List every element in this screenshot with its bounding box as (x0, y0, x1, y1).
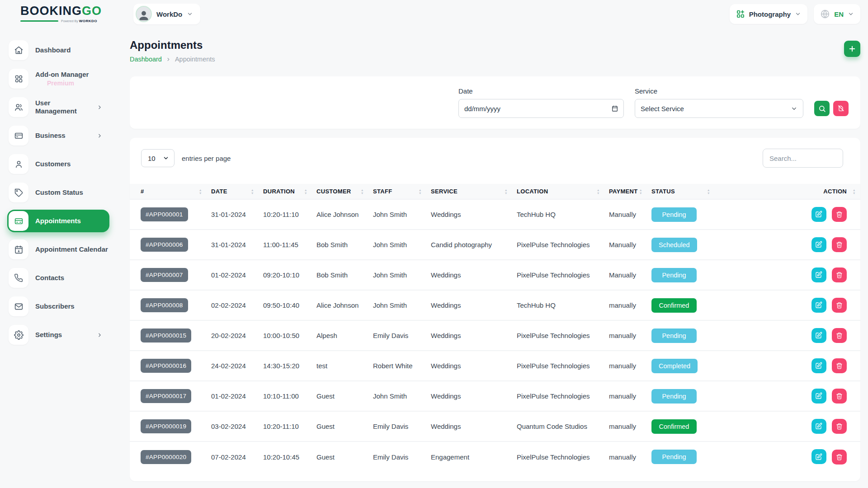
sort-icon[interactable]: ▲▼ (361, 188, 364, 194)
sidebar-item-settings[interactable]: Settings (7, 324, 109, 346)
delete-button[interactable] (832, 207, 847, 222)
sort-icon[interactable]: ▲▼ (505, 188, 508, 194)
table-row: #APP000006 31-01-2024 11:00-11:45 Bob Sm… (130, 230, 860, 260)
cell-date: 03-02-2024 (207, 411, 259, 441)
table-row: #APP0000015 20-02-2024 10:00-10:50 Alpes… (130, 320, 860, 351)
edit-pencil-icon (815, 422, 822, 430)
edit-button[interactable] (811, 267, 826, 282)
chevron-right-icon (97, 133, 108, 139)
edit-pencil-icon (815, 241, 822, 248)
breadcrumb: Dashboard Appointments (130, 56, 215, 63)
status-badge: Pending (651, 450, 697, 464)
cell-payment: Manually (604, 230, 647, 260)
col-header-staff[interactable]: STAFF▲▼ (368, 184, 426, 199)
chevron-right-icon (97, 332, 108, 338)
delete-button[interactable] (832, 358, 847, 373)
language-switcher[interactable]: EN (814, 4, 860, 24)
appointment-id-badge: #APP0000017 (141, 389, 191, 403)
calendar-small-icon[interactable] (611, 105, 618, 112)
edit-button[interactable] (811, 449, 826, 464)
cell-duration: 09:50-10:40 (259, 290, 312, 320)
sidebar-item-label: Customers (35, 160, 71, 168)
users-icon (9, 97, 28, 117)
delete-button[interactable] (832, 237, 847, 252)
delete-button[interactable] (832, 450, 847, 465)
cell-customer: Guest (312, 411, 368, 441)
apply-filter-button[interactable] (814, 101, 830, 116)
trash-icon (836, 423, 843, 430)
sidebar-item-business[interactable]: Business (7, 124, 109, 147)
col-header-status[interactable]: STATUS▲▼ (647, 184, 715, 199)
page-size-select[interactable]: 10 (141, 149, 175, 167)
sort-icon[interactable]: ▲▼ (199, 188, 202, 194)
edit-button[interactable] (811, 207, 826, 222)
sidebar-item-appointments[interactable]: Appointments (7, 210, 109, 232)
sort-icon[interactable]: ▲▼ (304, 188, 307, 194)
sidebar-item-dashboard[interactable]: Dashboard (7, 39, 109, 61)
table-row: #APP0000019 03-02-2024 10:20-11:10 Guest… (130, 411, 860, 441)
sort-icon[interactable]: ▲▼ (251, 188, 254, 194)
appointments-table: #▲▼ DATE▲▼ DURATION▲▼ CUSTOMER▲▼ STAFF▲▼… (130, 184, 860, 472)
service-filter-select[interactable]: Select Service (635, 99, 803, 118)
delete-button[interactable] (832, 298, 847, 313)
cell-service: Weddings (426, 290, 512, 320)
delete-button[interactable] (832, 267, 847, 282)
cell-location: TechHub HQ (512, 290, 604, 320)
edit-pencil-icon (815, 271, 822, 278)
edit-button[interactable] (811, 419, 826, 434)
credit-card-icon (9, 126, 28, 145)
col-header-customer[interactable]: CUSTOMER▲▼ (312, 184, 368, 199)
premium-tag: Premium (47, 80, 89, 87)
edit-button[interactable] (811, 328, 826, 343)
cell-duration: 11:00-11:45 (259, 230, 312, 260)
appointments-table-card: 10 entries per page #▲▼ DATE▲▼ (130, 138, 860, 481)
cell-service: Weddings (426, 411, 512, 441)
sidebar-item-appointment-calendar[interactable]: Appointment Calendar (7, 238, 109, 261)
cell-service: Weddings (426, 320, 512, 351)
delete-button[interactable] (832, 419, 847, 434)
sidebar-item-user-management[interactable]: User Management (7, 96, 109, 118)
brand-title: BOOKINGGO (20, 5, 118, 17)
col-header-location[interactable]: LOCATION▲▼ (512, 184, 604, 199)
col-header-date[interactable]: DATE▲▼ (207, 184, 259, 199)
main-content: Appointments Dashboard Appointments Date (118, 28, 868, 481)
cell-payment: manually (604, 441, 647, 472)
col-header-duration[interactable]: DURATION▲▼ (259, 184, 312, 199)
date-filter-input[interactable] (458, 99, 624, 118)
add-appointment-button[interactable] (844, 41, 860, 57)
breadcrumb-dashboard-link[interactable]: Dashboard (130, 56, 162, 63)
phone-icon (9, 268, 28, 288)
cell-duration: 10:20-11:10 (259, 199, 312, 230)
sidebar-item-contacts[interactable]: Contacts (7, 267, 109, 289)
workspace-switcher[interactable]: WorkDo (133, 4, 200, 24)
col-header-action[interactable]: ACTION▲▼ (715, 184, 860, 199)
col-header-id[interactable]: #▲▼ (130, 184, 207, 199)
cell-customer: Alice Johnson (312, 199, 368, 230)
delete-button[interactable] (832, 328, 847, 343)
sidebar-item-addon-manager[interactable]: Add-on Manager Premium (7, 67, 109, 90)
sort-icon[interactable]: ▲▼ (707, 188, 710, 194)
status-badge: Confirmed (651, 419, 697, 434)
edit-button[interactable] (811, 298, 826, 313)
edit-button[interactable] (811, 358, 826, 373)
col-header-service[interactable]: SERVICE▲▼ (426, 184, 512, 199)
delete-button[interactable] (832, 389, 847, 404)
module-switcher[interactable]: Photography (730, 4, 808, 24)
brand-logo[interactable]: BOOKINGGO Powered By WORKDO (0, 5, 118, 23)
edit-button[interactable] (811, 237, 826, 252)
col-header-payment[interactable]: PAYMENT▲▼ (604, 184, 647, 199)
table-search-input[interactable] (763, 149, 843, 168)
sidebar-item-custom-status[interactable]: Custom Status (7, 181, 109, 204)
sidebar-item-subscribers[interactable]: Subscribers (7, 295, 109, 318)
chevron-down-icon (795, 11, 801, 17)
appointment-card-icon (9, 211, 28, 231)
sort-icon[interactable]: ▲▼ (639, 188, 642, 194)
cell-date: 31-01-2024 (207, 230, 259, 260)
sidebar-item-customers[interactable]: Customers (7, 153, 109, 175)
sort-icon[interactable]: ▲▼ (419, 188, 422, 194)
edit-button[interactable] (811, 389, 826, 404)
reset-filter-button[interactable] (833, 101, 849, 116)
cell-staff: Emily Davis (368, 441, 426, 472)
sort-icon[interactable]: ▲▼ (597, 188, 600, 194)
sort-icon[interactable]: ▲▼ (853, 188, 856, 194)
